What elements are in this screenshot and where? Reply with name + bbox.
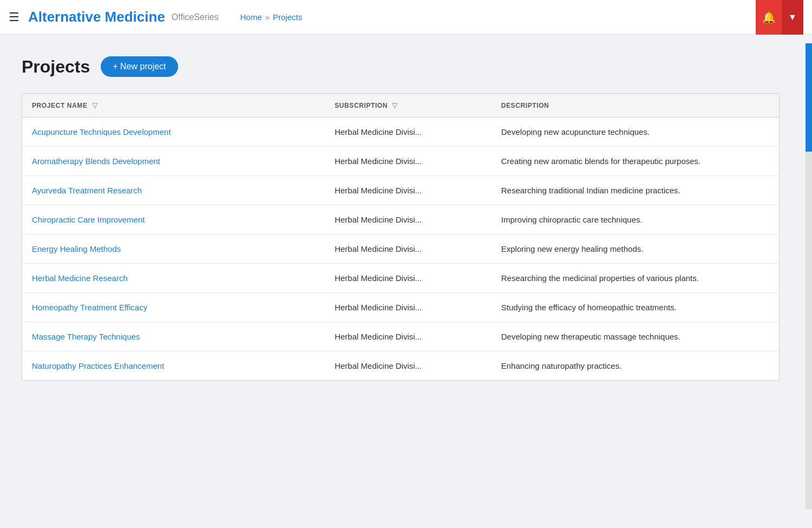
project-name-cell: Energy Healing Methods <box>22 234 325 264</box>
subscription-cell: Herbal Medicine Divisi... <box>325 147 492 176</box>
breadcrumb-current: Projects <box>273 12 302 22</box>
project-name-cell: Massage Therapy Techniques <box>22 322 325 351</box>
description-cell: Studying the efficacy of homeopathic tre… <box>492 293 779 322</box>
project-name-filter-icon[interactable]: ▽ <box>92 101 98 109</box>
projects-table-container: PROJECT NAME ▽ SUBSCRIPTION ▽ DESCRIPTIO… <box>22 93 780 381</box>
project-name-cell: Ayurveda Treatment Research <box>22 176 325 205</box>
table-row: Massage Therapy TechniquesHerbal Medicin… <box>22 322 779 351</box>
breadcrumb-home[interactable]: Home <box>240 12 262 22</box>
project-name-link[interactable]: Herbal Medicine Research <box>32 273 128 283</box>
project-name-link[interactable]: Naturopathy Practices Enhancement <box>32 361 164 370</box>
table-body: Acupuncture Techniques DevelopmentHerbal… <box>22 118 779 381</box>
projects-table: PROJECT NAME ▽ SUBSCRIPTION ▽ DESCRIPTIO… <box>22 94 779 380</box>
description-cell: Enhancing naturopathy practices. <box>492 351 779 381</box>
main-content: Projects + New project PROJECT NAME ▽ SU… <box>0 35 812 402</box>
project-name-link[interactable]: Chiropractic Care Improvement <box>32 215 145 224</box>
subscription-cell: Herbal Medicine Divisi... <box>325 118 492 147</box>
project-name-cell: Aromatherapy Blends Development <box>22 147 325 176</box>
table-row: Herbal Medicine ResearchHerbal Medicine … <box>22 264 779 293</box>
table-row: Ayurveda Treatment ResearchHerbal Medici… <box>22 176 779 205</box>
subscription-cell: Herbal Medicine Divisi... <box>325 264 492 293</box>
header-actions: 🔔 ▼ <box>756 0 803 35</box>
table-row: Chiropractic Care ImprovementHerbal Medi… <box>22 205 779 234</box>
project-name-link[interactable]: Aromatherapy Blends Development <box>32 157 160 166</box>
project-name-link[interactable]: Energy Healing Methods <box>32 244 121 253</box>
page-header: Projects + New project <box>22 56 790 77</box>
project-name-cell: Acupuncture Techniques Development <box>22 118 325 147</box>
description-cell: Creating new aromatic blends for therape… <box>492 147 779 176</box>
new-project-button[interactable]: + New project <box>101 56 178 77</box>
description-cell: Developing new acupuncture techniques. <box>492 118 779 147</box>
breadcrumb-separator: » <box>265 12 270 22</box>
subscription-cell: Herbal Medicine Divisi... <box>325 234 492 264</box>
subscription-cell: Herbal Medicine Divisi... <box>325 176 492 205</box>
description-cell: Exploring new energy healing methods. <box>492 234 779 264</box>
table-row: Homeopathy Treatment EfficacyHerbal Medi… <box>22 293 779 322</box>
project-name-link[interactable]: Ayurveda Treatment Research <box>32 186 142 195</box>
subscription-cell: Herbal Medicine Divisi... <box>325 351 492 381</box>
project-name-link[interactable]: Homeopathy Treatment Efficacy <box>32 303 147 312</box>
subscription-cell: Herbal Medicine Divisi... <box>325 205 492 234</box>
header: ☰ Alternative Medicine OfficeSeries Home… <box>0 0 812 35</box>
table-header: PROJECT NAME ▽ SUBSCRIPTION ▽ DESCRIPTIO… <box>22 94 779 118</box>
subscription-filter-icon[interactable]: ▽ <box>392 101 398 109</box>
user-dropdown-button[interactable]: ▼ <box>782 0 803 35</box>
app-subtitle: OfficeSeries <box>172 12 219 22</box>
project-name-link[interactable]: Acupuncture Techniques Development <box>32 127 171 136</box>
app-title: Alternative Medicine <box>28 9 165 25</box>
subscription-cell: Herbal Medicine Divisi... <box>325 293 492 322</box>
breadcrumb: Home » Projects <box>240 12 303 22</box>
description-cell: Researching the medicinal properties of … <box>492 264 779 293</box>
table-row: Acupuncture Techniques DevelopmentHerbal… <box>22 118 779 147</box>
project-name-link[interactable]: Massage Therapy Techniques <box>32 332 140 341</box>
description-cell: Improving chiropractic care techniques. <box>492 205 779 234</box>
project-name-cell: Herbal Medicine Research <box>22 264 325 293</box>
description-cell: Researching traditional Indian medicine … <box>492 176 779 205</box>
col-description: DESCRIPTION <box>492 94 779 118</box>
table-row: Energy Healing MethodsHerbal Medicine Di… <box>22 234 779 264</box>
col-project-name: PROJECT NAME ▽ <box>22 94 325 118</box>
table-row: Naturopathy Practices EnhancementHerbal … <box>22 351 779 381</box>
subscription-cell: Herbal Medicine Divisi... <box>325 322 492 351</box>
description-cell: Developing new therapeutic massage techn… <box>492 322 779 351</box>
menu-icon[interactable]: ☰ <box>9 11 19 23</box>
project-name-cell: Homeopathy Treatment Efficacy <box>22 293 325 322</box>
table-row: Aromatherapy Blends DevelopmentHerbal Me… <box>22 147 779 176</box>
notification-bell-button[interactable]: 🔔 <box>756 0 782 35</box>
page-title: Projects <box>22 57 90 77</box>
col-subscription: SUBSCRIPTION ▽ <box>325 94 492 118</box>
project-name-cell: Naturopathy Practices Enhancement <box>22 351 325 381</box>
project-name-cell: Chiropractic Care Improvement <box>22 205 325 234</box>
